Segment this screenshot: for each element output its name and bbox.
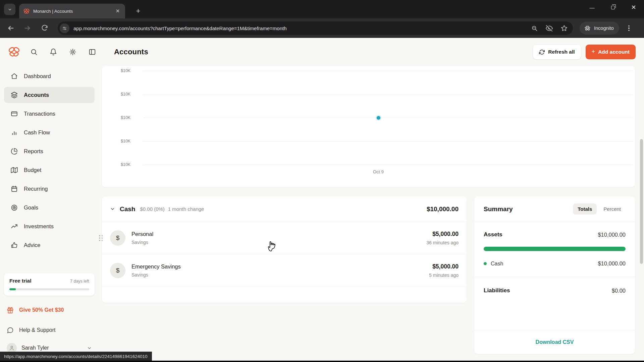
sidebar-item-advice[interactable]: Advice	[4, 237, 95, 253]
url-bar[interactable]: app.monarchmoney.com/accounts?chartType=…	[58, 21, 573, 35]
account-updated: 36 minutes ago	[426, 240, 459, 245]
referral-link[interactable]: Give 50% Get $30	[4, 304, 95, 316]
profile-name: Sarah Tyler	[21, 345, 82, 351]
close-button[interactable]: ✕	[623, 0, 644, 15]
download-csv-link[interactable]: Download CSV	[536, 339, 574, 345]
reload-button[interactable]	[39, 22, 50, 34]
eye-off-icon[interactable]	[546, 25, 553, 32]
add-account-label: Add account	[598, 49, 630, 55]
sidebar-item-transactions[interactable]: Transactions	[4, 106, 95, 122]
sidebar: Dashboard Accounts Transactions Cash Flo…	[0, 66, 99, 362]
page-scrollbar[interactable]	[640, 139, 643, 264]
sidebar-label: Investments	[24, 223, 54, 230]
back-button[interactable]	[5, 22, 16, 34]
sidebar-item-cash-flow[interactable]: Cash Flow	[4, 124, 95, 140]
tab-title: Monarch | Accounts	[33, 9, 111, 14]
credit-card-icon	[11, 110, 18, 117]
forward-button[interactable]	[22, 22, 33, 34]
monarch-app: Accounts Refresh all + Add account Dashb…	[0, 38, 644, 362]
sidebar-label: Cash Flow	[24, 129, 50, 136]
bookmark-star-icon[interactable]	[561, 25, 568, 32]
help-support-label: Help & Support	[19, 327, 56, 333]
refresh-icon	[539, 49, 545, 55]
chevron-down-icon	[8, 7, 12, 12]
y-axis-tick: $10K	[121, 139, 130, 143]
refresh-all-button[interactable]: Refresh all	[533, 45, 581, 59]
search-button[interactable]	[28, 46, 40, 58]
sidebar-item-investments[interactable]: Investments	[4, 218, 95, 234]
gift-icon	[7, 307, 14, 314]
account-balance: $5,000.00	[426, 231, 459, 238]
account-name: Emergency Savings	[131, 263, 181, 270]
zoom-magnifier-icon[interactable]	[531, 25, 538, 32]
free-trial-card[interactable]: Free trial 7 days left	[4, 273, 95, 296]
sidebar-item-goals[interactable]: Goals	[4, 199, 95, 216]
url-text[interactable]: app.monarchmoney.com/accounts?chartType=…	[73, 25, 531, 31]
monarch-favicon-icon	[23, 8, 30, 14]
account-type: Savings	[131, 272, 181, 278]
y-axis-tick: $10K	[121, 162, 130, 167]
liabilities-label: Liabilities	[484, 287, 510, 294]
accounts-content: $10K $10K $10K $10K $10K Oct 9 Cash $0.0…	[99, 66, 644, 362]
window-controls: — ✕	[582, 0, 644, 15]
tab-strip: Monarch | Accounts ✕ + — ✕	[0, 0, 644, 18]
forward-arrow-icon	[24, 24, 31, 32]
toggle-totals[interactable]: Totals	[573, 203, 597, 215]
browser-toolbar: app.monarchmoney.com/accounts?chartType=…	[0, 18, 644, 38]
account-updated: 5 minutes ago	[429, 273, 459, 278]
sidebar-label: Reports	[24, 148, 43, 155]
sidebar-item-budget[interactable]: Budget	[4, 162, 95, 178]
refresh-all-label: Refresh all	[548, 49, 575, 55]
minimize-button[interactable]: —	[582, 0, 602, 15]
browser-menu-button[interactable]	[624, 25, 634, 31]
summary-title: Summary	[484, 205, 573, 213]
chevron-down-icon[interactable]	[110, 206, 115, 212]
drag-handle-icon[interactable]	[99, 235, 103, 241]
monarch-butterfly-logo-icon	[8, 47, 20, 57]
free-trial-remaining: 7 days left	[70, 279, 89, 284]
sidebar-label: Accounts	[24, 92, 49, 98]
legend-row-cash[interactable]: Cash $10,000.00	[484, 260, 626, 267]
cash-group-change: $0.00 (0%)	[140, 206, 164, 212]
layers-icon	[11, 92, 18, 99]
performance-chart: $10K $10K $10K $10K $10K Oct 9	[102, 66, 635, 187]
account-row-emergency-savings[interactable]: $ Emergency Savings Savings $5,000.00 5 …	[102, 254, 467, 287]
site-info-button[interactable]	[60, 23, 69, 33]
cash-legend-label: Cash	[491, 261, 503, 267]
page-title: Accounts	[114, 48, 148, 56]
cash-group-card: Cash $0.00 (0%) 1 month change $10,000.0…	[102, 196, 467, 303]
new-tab-button[interactable]: +	[132, 5, 144, 17]
notifications-button[interactable]	[48, 46, 59, 58]
tab-close-icon[interactable]: ✕	[114, 8, 121, 14]
sidebar-item-recurring[interactable]: Recurring	[4, 181, 95, 197]
sidebar-item-accounts[interactable]: Accounts	[4, 87, 95, 103]
calendar-icon	[11, 185, 18, 192]
y-axis-tick: $10K	[121, 92, 130, 97]
sidebar-label: Transactions	[24, 111, 55, 117]
help-support-link[interactable]: Help & Support	[4, 324, 95, 336]
sidebar-toggle-button[interactable]	[87, 46, 98, 58]
sidebar-item-dashboard[interactable]: Dashboard	[4, 68, 95, 84]
settings-button[interactable]	[67, 46, 78, 58]
account-row-personal[interactable]: $ Personal Savings $5,000.00 36 minutes …	[102, 222, 467, 254]
cash-group-header[interactable]: Cash $0.00 (0%) 1 month change $10,000.0…	[102, 196, 467, 222]
toggle-percent[interactable]: Percent	[599, 203, 626, 215]
x-axis-tick: Oct 9	[373, 169, 384, 174]
incognito-hat-glasses-icon	[584, 25, 591, 32]
chart-data-point[interactable]	[377, 116, 380, 120]
add-account-button[interactable]: + Add account	[586, 45, 636, 59]
account-avatar-dollar-icon: $	[110, 230, 125, 246]
y-axis-tick: $10K	[121, 115, 130, 120]
sidebar-label: Recurring	[24, 186, 48, 192]
account-name: Personal	[131, 231, 153, 237]
assets-label: Assets	[484, 231, 502, 238]
tab-search-button[interactable]	[4, 4, 15, 15]
back-arrow-icon	[7, 24, 14, 32]
sidebar-item-reports[interactable]: Reports	[4, 143, 95, 159]
restore-button[interactable]	[602, 0, 623, 15]
bar-chart-icon	[11, 129, 18, 136]
browser-tab[interactable]: Monarch | Accounts ✕	[19, 4, 125, 18]
trending-up-icon	[11, 223, 18, 230]
chat-bubble-icon	[7, 327, 14, 334]
logo-wrap[interactable]	[0, 47, 28, 57]
